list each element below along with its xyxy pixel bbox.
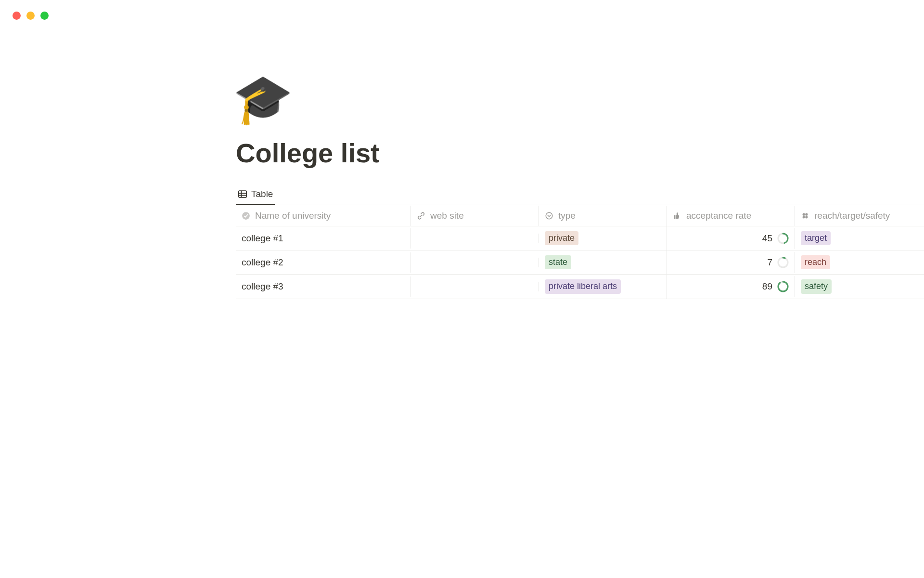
cell-rts[interactable]: reach xyxy=(795,250,920,274)
page-content: 🎓 College list Table Name of university xyxy=(236,75,924,299)
table-icon xyxy=(238,189,247,199)
column-header-label: reach/target/safety xyxy=(814,210,890,221)
cell-rate[interactable]: 7 xyxy=(667,252,795,273)
rate-value: 7 xyxy=(767,257,772,268)
cell-website[interactable] xyxy=(411,234,539,243)
close-window-button[interactable] xyxy=(13,12,21,20)
svg-point-15 xyxy=(778,282,788,291)
cell-type[interactable]: private xyxy=(539,226,667,250)
table-header-row: Name of university web site type accepta… xyxy=(236,205,924,226)
column-header-website[interactable]: web site xyxy=(411,206,539,226)
column-header-label: acceptance rate xyxy=(686,210,751,221)
svg-point-4 xyxy=(242,212,250,220)
tab-table[interactable]: Table xyxy=(236,185,275,205)
cell-rate[interactable]: 45 xyxy=(667,228,795,249)
select-icon xyxy=(545,211,554,221)
link-icon xyxy=(417,211,426,221)
progress-ring-icon xyxy=(777,257,789,268)
cell-website[interactable] xyxy=(411,282,539,291)
fullscreen-window-button[interactable] xyxy=(40,12,49,20)
cell-rts[interactable]: target xyxy=(795,226,920,250)
cell-website[interactable] xyxy=(411,258,539,267)
rate-value: 45 xyxy=(762,233,772,244)
cell-text: college #2 xyxy=(242,257,283,268)
cell-text: college #1 xyxy=(242,233,283,244)
cell-rts[interactable]: safety xyxy=(795,275,920,298)
table-row[interactable]: college #1 private 45 target xyxy=(236,226,924,250)
rts-tag: target xyxy=(801,231,831,245)
svg-point-9 xyxy=(805,216,808,218)
progress-ring-icon xyxy=(777,281,789,292)
tab-label: Table xyxy=(251,189,273,199)
type-tag: private xyxy=(545,231,578,245)
cell-rate[interactable]: 89 xyxy=(667,276,795,297)
database-table: Name of university web site type accepta… xyxy=(236,205,924,299)
type-tag: state xyxy=(545,255,571,269)
svg-point-5 xyxy=(546,212,552,219)
page-title[interactable]: College list xyxy=(236,137,924,169)
thumbs-up-icon xyxy=(673,211,682,221)
cell-type[interactable]: state xyxy=(539,250,667,274)
table-row[interactable]: college #3 private liberal arts 89 safet… xyxy=(236,275,924,299)
cell-text: college #3 xyxy=(242,281,283,292)
cell-name[interactable]: college #3 xyxy=(236,276,411,297)
svg-point-8 xyxy=(803,216,805,218)
column-header-label: web site xyxy=(430,210,464,221)
type-tag: private liberal arts xyxy=(545,279,621,293)
svg-point-6 xyxy=(803,213,805,215)
cell-name[interactable]: college #2 xyxy=(236,252,411,273)
svg-point-12 xyxy=(778,258,788,267)
column-header-label: Name of university xyxy=(255,210,331,221)
view-tabs: Table xyxy=(236,185,924,205)
title-icon xyxy=(242,211,251,221)
window-traffic-lights xyxy=(13,12,49,20)
column-header-type[interactable]: type xyxy=(539,206,667,226)
column-header-rate[interactable]: acceptance rate xyxy=(667,206,795,226)
svg-point-7 xyxy=(805,213,808,215)
column-header-rts[interactable]: reach/target/safety xyxy=(795,206,920,226)
cell-name[interactable]: college #1 xyxy=(236,228,411,249)
rate-value: 89 xyxy=(762,281,772,292)
svg-rect-0 xyxy=(239,191,246,197)
cell-type[interactable]: private liberal arts xyxy=(539,275,667,298)
rts-tag: safety xyxy=(801,279,832,293)
page-icon[interactable]: 🎓 xyxy=(233,75,924,123)
minimize-window-button[interactable] xyxy=(26,12,35,20)
rts-tag: reach xyxy=(801,255,830,269)
column-header-label: type xyxy=(558,210,576,221)
table-row[interactable]: college #2 state 7 reach xyxy=(236,250,924,275)
progress-ring-icon xyxy=(777,233,789,244)
column-header-name[interactable]: Name of university xyxy=(236,206,411,226)
clover-icon xyxy=(801,211,810,221)
